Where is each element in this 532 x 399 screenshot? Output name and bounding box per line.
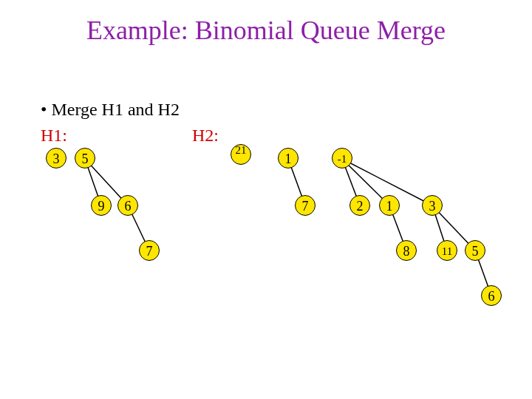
h2-b3-c: 3 <box>422 195 443 216</box>
h1-b2-root: 5 <box>75 148 95 168</box>
h2-b3-root: -1 <box>332 148 352 168</box>
h1-b2-c2: 6 <box>117 195 138 216</box>
h1-b2-c2c: 7 <box>139 240 160 261</box>
h2-b3-c1: 11 <box>437 240 457 261</box>
h2-b3-b: 1 <box>379 195 400 216</box>
h2-b0-root: 21 <box>231 144 251 165</box>
h2-b3-c2a: 6 <box>481 285 502 306</box>
h2-b3-a: 2 <box>349 195 370 216</box>
h1-b0-root: 3 <box>46 148 66 168</box>
edges-svg <box>0 0 532 399</box>
h2-b0-root-label: 21 <box>233 146 248 155</box>
h2-b1-c1: 7 <box>295 195 316 216</box>
h2-b1-root: 1 <box>278 148 299 168</box>
h2-b3-b1: 8 <box>396 240 417 261</box>
h2-b3-c2: 5 <box>465 240 485 261</box>
h1-b2-c1: 9 <box>91 195 112 216</box>
